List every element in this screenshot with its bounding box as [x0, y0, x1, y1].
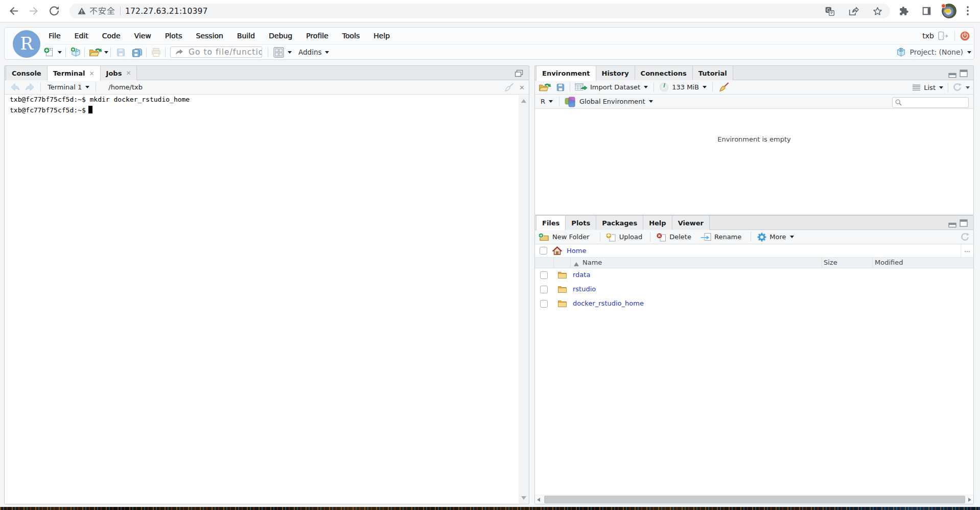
memory-usage-dropdown[interactable]	[703, 86, 707, 88]
file-name-link[interactable]: rdata	[573, 271, 590, 279]
column-modified[interactable]: Modified	[875, 259, 903, 266]
browser-forward-icon[interactable]	[28, 5, 40, 17]
address-bar[interactable]: 172.27.63.21:10397 G	[69, 4, 890, 18]
scroll-right-arrow[interactable]	[968, 498, 971, 502]
new-project-icon[interactable]: R	[70, 47, 82, 58]
scroll-down-arrow[interactable]	[521, 496, 526, 500]
menu-plots[interactable]: Plots	[165, 32, 182, 40]
memory-usage-label[interactable]: 133 MiB	[672, 83, 699, 91]
url-text[interactable]: 172.27.63.21:10397	[125, 7, 208, 16]
more-dropdown[interactable]	[790, 236, 794, 238]
tab-environment[interactable]: Environment	[536, 66, 596, 81]
menu-debug[interactable]: Debug	[269, 32, 292, 40]
file-row[interactable]: docker_rstudio_home	[535, 297, 973, 311]
translate-icon[interactable]: G	[825, 6, 835, 16]
open-file-dropdown[interactable]	[104, 51, 108, 54]
rename-button[interactable]: Rename	[714, 233, 741, 241]
pane-layout-dropdown[interactable]	[288, 51, 292, 54]
import-dataset-icon[interactable]	[575, 83, 587, 92]
delete-button[interactable]: Delete	[669, 233, 691, 241]
addins-dropdown[interactable]	[325, 51, 329, 54]
environment-search-input[interactable]	[892, 97, 969, 108]
file-row[interactable]: rstudio	[535, 283, 973, 297]
tab-viewer[interactable]: Viewer	[672, 216, 710, 230]
upload-button[interactable]: Upload	[619, 233, 643, 241]
breadcrumb-home[interactable]: Home	[567, 247, 586, 254]
select-all-checkbox[interactable]	[540, 247, 547, 254]
browser-menu-icon[interactable]	[963, 5, 973, 16]
tab-history[interactable]: History	[596, 66, 635, 80]
browser-reload-icon[interactable]	[48, 5, 60, 17]
new-folder-button[interactable]: New Folder	[552, 233, 590, 241]
scrollbar-thumb[interactable]	[544, 496, 965, 503]
language-selector[interactable]: R	[541, 98, 545, 105]
quit-session-icon[interactable]	[960, 31, 970, 41]
clear-terminal-icon[interactable]	[503, 83, 514, 92]
browser-back-icon[interactable]	[8, 5, 20, 17]
file-checkbox[interactable]	[540, 271, 548, 279]
menu-code[interactable]: Code	[102, 32, 121, 40]
tab-jobs[interactable]: Jobs✕	[101, 66, 137, 80]
tab-plots[interactable]: Plots	[566, 216, 596, 230]
save-workspace-icon[interactable]	[556, 83, 565, 92]
more-button[interactable]: More	[769, 233, 786, 241]
column-name[interactable]: Name	[582, 259, 602, 266]
pane-layout-icon[interactable]	[273, 47, 284, 58]
import-dataset-dropdown[interactable]	[644, 86, 648, 88]
file-checkbox[interactable]	[540, 286, 548, 293]
files-horizontal-scrollbar[interactable]	[535, 495, 973, 504]
terminal-selector[interactable]: Terminal 1	[48, 83, 82, 91]
terminal-back-icon[interactable]	[10, 83, 20, 91]
menu-profile[interactable]: Profile	[306, 32, 329, 40]
jobs-tab-close-icon[interactable]: ✕	[126, 69, 131, 77]
side-panel-icon[interactable]	[921, 6, 932, 16]
open-file-icon[interactable]	[88, 47, 102, 57]
new-file-icon[interactable]	[43, 47, 54, 57]
menu-view[interactable]: View	[134, 32, 151, 40]
tab-packages[interactable]: Packages	[596, 216, 643, 230]
file-row[interactable]: rdata	[535, 268, 973, 283]
goto-file-search[interactable]: Go to file/function	[170, 47, 262, 58]
display-mode-dropdown[interactable]	[939, 86, 943, 89]
sort-ascending-icon[interactable]	[574, 260, 579, 268]
breadcrumb-more-button[interactable]: ...	[961, 244, 973, 257]
menu-help[interactable]: Help	[374, 32, 390, 40]
minimize-pane-icon[interactable]	[948, 220, 956, 228]
refresh-files-icon[interactable]	[960, 233, 970, 242]
tab-console[interactable]: Console	[6, 66, 48, 80]
tab-terminal[interactable]: Terminal✕	[48, 66, 101, 81]
terminal-tab-close-icon[interactable]: ✕	[89, 70, 95, 77]
menu-session[interactable]: Session	[196, 32, 223, 40]
refresh-environment-icon[interactable]	[952, 83, 962, 92]
browser-profile-avatar[interactable]	[942, 4, 956, 18]
tab-help[interactable]: Help	[643, 216, 672, 230]
terminal-selector-dropdown[interactable]	[85, 86, 89, 88]
addins-button[interactable]: Addins	[298, 48, 321, 56]
terminal-forward-icon[interactable]	[25, 83, 35, 91]
terminal-scrollbar[interactable]	[519, 95, 529, 504]
file-name-link[interactable]: docker_rstudio_home	[573, 299, 644, 307]
maximize-pane-icon[interactable]	[960, 219, 968, 227]
menu-edit[interactable]: Edit	[74, 32, 88, 40]
clear-environment-icon[interactable]	[718, 82, 729, 92]
tab-tutorial[interactable]: Tutorial	[693, 66, 733, 80]
import-dataset-button[interactable]: Import Dataset	[590, 83, 640, 91]
refresh-dropdown[interactable]	[966, 86, 970, 89]
menu-build[interactable]: Build	[237, 32, 255, 40]
share-icon[interactable]	[848, 6, 859, 16]
terminal-body[interactable]: txb@fc77bf75cf5d:~$ mkdir docker_rstudio…	[5, 95, 529, 504]
maximize-pane-icon[interactable]	[515, 69, 523, 77]
menu-tools[interactable]: Tools	[342, 32, 360, 40]
scroll-left-arrow[interactable]	[537, 498, 540, 502]
bookmark-star-icon[interactable]	[872, 6, 883, 16]
file-name-link[interactable]: rstudio	[573, 285, 596, 293]
scroll-up-arrow[interactable]	[521, 99, 526, 103]
project-menu[interactable]: R Project: (None)	[896, 44, 971, 60]
minimize-pane-icon[interactable]	[948, 71, 956, 78]
menu-file[interactable]: File	[49, 32, 60, 40]
tab-files[interactable]: Files	[536, 216, 566, 230]
save-all-icon[interactable]	[131, 47, 143, 58]
maximize-pane-icon[interactable]	[960, 69, 968, 77]
environment-scope-selector[interactable]: Global Environment	[579, 98, 645, 105]
new-file-dropdown[interactable]	[58, 51, 62, 54]
